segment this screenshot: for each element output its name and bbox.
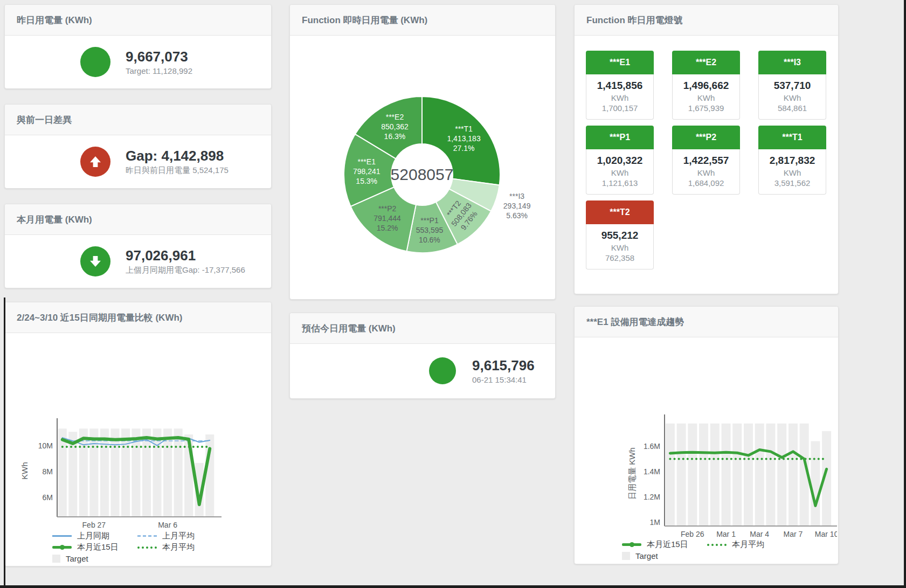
card-title-text: 預估今日用電量 (KWh) (302, 322, 396, 335)
card-realtime-donut: Function 即時日用電量 (KWh) ***T11,413,18327.1… (289, 4, 556, 300)
target-bar (789, 424, 798, 526)
tile-body: 2,817,832KWh3,591,562 (758, 149, 826, 195)
card-day-gap: 與前一日差異 Gap: 4,142,898 昨日與前日用電量 5,524,175 (4, 104, 272, 189)
day-gap-value: Gap: 4,142,898 (126, 148, 229, 164)
card-lights-title: Function 昨日用電燈號 (575, 5, 838, 36)
tile-value: 1,415,856 (586, 80, 653, 92)
sw-thick-green-icon (52, 546, 72, 549)
tile-equipment-name: ***E1 (586, 51, 654, 74)
card-estimate-title: 預估今日用電量 (KWh) (290, 313, 555, 344)
legend-item[interactable]: 本月近15日 (622, 539, 707, 550)
tile-equipment-name: ***T2 (586, 200, 654, 224)
legend-item[interactable]: Target (622, 551, 707, 561)
card-title-text: 2/24~3/10 近15日同期用電量比較 (KWh) (17, 312, 183, 324)
legend-item[interactable]: 本月平均 (707, 539, 792, 550)
tile-unit: KWh (673, 168, 739, 177)
legend-label: Target (635, 551, 658, 561)
target-bar (688, 424, 697, 526)
status-tile-I3: ***I3537,710KWh584,861 (758, 51, 826, 120)
x-tick-label: Mar 1 (716, 530, 736, 538)
y-tick-label: 1.4M (644, 467, 660, 476)
tile-body: 1,415,856KWh1,700,157 (586, 74, 654, 120)
status-tiles-grid: ***E11,415,856KWh1,700,157***E21,496,662… (575, 36, 838, 269)
target-bar (110, 428, 119, 517)
legend-item[interactable]: 上月同期 (52, 531, 137, 541)
status-circle-icon (429, 357, 456, 384)
x-tick-label: Feb 27 (82, 521, 106, 529)
tile-body: 537,710KWh584,861 (758, 74, 826, 120)
card-month-title: 本月用電量 (KWh) (5, 204, 271, 235)
day-gap-subtitle: 昨日與前日用電量 5,524,175 (126, 165, 229, 176)
tile-equipment-name: ***P1 (586, 126, 654, 149)
tile-unit: KWh (586, 168, 653, 177)
target-bar (89, 428, 98, 517)
status-tile-E1: ***E11,415,856KWh1,700,157 (586, 51, 654, 120)
trend-chart-legend: 本月近15日本月平均Target (575, 539, 838, 562)
status-tile-T2: ***T2955,212KWh762,358 (586, 200, 654, 269)
y-tick-label: 6M (43, 493, 53, 502)
status-tile-E2: ***E21,496,662KWh1,675,939 (672, 51, 740, 120)
sw-dot-green-icon (137, 547, 157, 549)
legend-item[interactable]: 本月近15日 (52, 542, 137, 552)
x-tick-label: Mar 7 (784, 530, 803, 538)
tile-body: 955,212KWh762,358 (586, 224, 654, 269)
trend-chart-body: 1M1.2M1.4M1.6M日用電量 KWhFeb 26Mar 1Mar 4Ma… (575, 337, 838, 562)
legend-row: 本月近15日本月平均 (622, 539, 838, 550)
target-bar (732, 424, 742, 526)
donut-slice-label: ***I3293,1495.63% (503, 192, 531, 220)
month-usage-subtitle: 上個月同期用電Gap: -17,377,566 (126, 265, 245, 275)
card-month-usage: 本月用電量 (KWh) 97,026,961 上個月同期用電Gap: -17,3… (4, 204, 272, 288)
sw-line-blue-icon (52, 535, 72, 537)
tile-target: 1,700,157 (586, 103, 653, 113)
target-bar (699, 424, 708, 526)
legend-label: 本月近15日 (77, 542, 119, 552)
legend-label: 本月平均 (162, 542, 195, 552)
compare-chart-body: 6M8M10MKWhFeb 27Mar 6 上月同期上月平均本月近15日本月平均… (5, 333, 271, 564)
tile-body: 1,422,557KWh1,684,092 (672, 149, 740, 195)
legend-label: 本月近15日 (647, 539, 688, 550)
card-title-text: Function 即時日用電量 (KWh) (302, 14, 427, 26)
month-usage-value: 97,026,961 (126, 247, 245, 264)
target-bar (777, 424, 786, 526)
tile-target: 762,358 (586, 253, 653, 262)
tile-body: 1,020,322KWh1,121,613 (586, 149, 654, 195)
target-bar (100, 428, 109, 517)
arrow-up-circle-icon (80, 147, 110, 177)
sw-dot-green-icon (707, 544, 727, 546)
legend-item[interactable]: 上月平均 (137, 531, 223, 541)
target-bar (811, 441, 820, 526)
tile-unit: KWh (759, 93, 826, 102)
card-donut-title: Function 即時日用電量 (KWh) (290, 5, 555, 36)
donut-center-total: 5208057 (391, 165, 454, 183)
legend-item[interactable]: 本月平均 (137, 542, 223, 552)
legend-row: 上月同期上月平均 (52, 530, 271, 542)
tile-value: 1,422,557 (673, 155, 739, 167)
x-tick-label: Mar 10 (815, 530, 837, 538)
tile-unit: KWh (586, 243, 653, 252)
sw-square-gray-icon (52, 555, 60, 563)
target-bar (666, 424, 675, 526)
legend-row: 本月近15日本月平均 (52, 542, 271, 553)
tile-target: 3,591,562 (759, 178, 826, 188)
tile-value: 537,710 (759, 80, 826, 92)
legend-row: Target (52, 553, 271, 564)
card-title-text: 本月用電量 (KWh) (17, 213, 92, 226)
card-status-lights: Function 昨日用電燈號 ***E11,415,856KWh1,700,1… (574, 4, 839, 294)
tile-unit: KWh (759, 168, 826, 177)
status-tile-T1: ***T12,817,832KWh3,591,562 (758, 126, 826, 195)
y-axis-label: 日用電量 KWh (627, 447, 637, 500)
up-arrow-icon (87, 154, 103, 170)
target-bar (121, 428, 130, 517)
tile-body: 1,496,662KWh1,675,939 (672, 74, 740, 120)
arrow-down-circle-icon (80, 246, 110, 276)
card-day-gap-title: 與前一日差異 (5, 105, 271, 135)
kpi-body: 9,615,796 06-21 15:34:41 (290, 344, 555, 397)
x-tick-label: Mar 6 (158, 521, 177, 529)
legend-label: 上月平均 (162, 531, 195, 541)
card-compare-title: 2/24~3/10 近15日同期用電量比較 (KWh) (5, 302, 271, 333)
legend-item[interactable]: Target (52, 554, 137, 563)
sw-square-gray-icon (622, 552, 630, 560)
tile-value: 955,212 (586, 230, 653, 241)
kpi-body: 9,667,073 Target: 11,128,992 (5, 36, 271, 88)
y-tick-label: 10M (38, 441, 53, 450)
